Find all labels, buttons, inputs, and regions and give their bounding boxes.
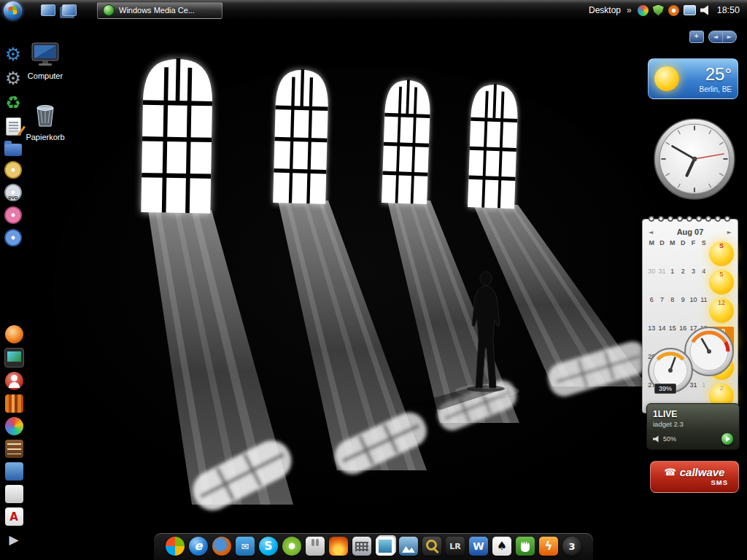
recycle-bin-icon: [34, 102, 56, 128]
desktop-toolbar-label[interactable]: Desktop: [589, 5, 621, 15]
dk-solitaire[interactable]: ♠: [492, 537, 511, 556]
calendar-date[interactable]: 2: [678, 267, 688, 295]
dk-email[interactable]: ✉: [236, 537, 255, 556]
calendar-date[interactable]: 12: [709, 298, 734, 323]
calendar-date[interactable]: 9: [678, 295, 688, 323]
ti-icq[interactable]: [668, 5, 679, 16]
li-cd-audio[interactable]: [4, 161, 22, 179]
taskbar-button-media-center[interactable]: Windows Media Ce...: [97, 2, 222, 19]
calendar-date[interactable]: 8: [667, 295, 678, 323]
dk-email-glyph: ✉: [241, 542, 249, 551]
li-cd-data[interactable]: [4, 229, 22, 246]
ti-messenger[interactable]: [638, 5, 649, 16]
ld-display[interactable]: [4, 348, 24, 368]
desktop-icon-recycle-bin[interactable]: Papierkorb: [22, 102, 69, 141]
ld-browser[interactable]: [5, 417, 23, 435]
ld-play[interactable]: ▶: [5, 530, 23, 548]
desktop: Windows Media Ce... Desktop » 18:50 Comp…: [0, 0, 747, 560]
taskbar: Windows Media Ce... Desktop » 18:50: [0, 0, 747, 21]
li-cd-burn[interactable]: [4, 206, 22, 224]
ld-acrobat-reader[interactable]: A: [5, 508, 23, 526]
weather-location: Berlin, BE: [700, 85, 732, 93]
dk-skype[interactable]: S: [259, 537, 278, 556]
weather-temperature: 25°: [705, 64, 732, 85]
calendar-spiral-binding: [647, 214, 733, 225]
ti-network[interactable]: [684, 5, 696, 15]
li-dvd[interactable]: DVD: [4, 184, 22, 201]
system-tray: Desktop » 18:50: [589, 5, 747, 16]
windows-flag-icon: [8, 6, 17, 15]
calendar-day-header: S: [709, 241, 734, 266]
ld-media-player[interactable]: [5, 325, 23, 343]
calendar-date[interactable]: 6: [646, 295, 657, 323]
radio-play-button[interactable]: [721, 433, 733, 445]
ld-notes[interactable]: [5, 485, 23, 503]
calendar-prev-button[interactable]: ◄: [649, 229, 653, 236]
add-gadget-button[interactable]: +: [689, 31, 704, 43]
desktop-icon-computer[interactable]: Computer: [22, 42, 69, 80]
computer-icon-label: Computer: [22, 71, 69, 80]
ld-tools[interactable]: [5, 462, 23, 481]
calendar-day-header: F: [688, 238, 698, 266]
radio-station-name: 1LIVE: [653, 409, 733, 419]
dk-photos[interactable]: [376, 537, 395, 556]
dk-lightroom[interactable]: LR: [446, 537, 465, 556]
li-document-editor[interactable]: [6, 117, 21, 136]
dk-internet-explorer-glyph: e: [195, 540, 203, 552]
calendar-date[interactable]: 7: [657, 295, 667, 323]
tray-clock[interactable]: 18:50: [717, 5, 740, 15]
sun-icon: [654, 66, 679, 91]
dk-hand[interactable]: [516, 537, 535, 556]
calendar-date[interactable]: 31: [657, 267, 667, 295]
li-settings-gear[interactable]: ⚙: [5, 45, 21, 64]
dk-rabbit[interactable]: [306, 537, 325, 556]
calendar-date[interactable]: 10: [688, 295, 698, 323]
calendar-date[interactable]: 5: [709, 270, 734, 295]
calendar-date[interactable]: 4: [699, 267, 709, 295]
dk-icq[interactable]: [282, 537, 301, 556]
ld-user[interactable]: [5, 372, 23, 390]
dk-firefox[interactable]: [212, 537, 231, 556]
li-sync-glyph: ♻: [5, 93, 21, 112]
gadget-prev-button[interactable]: ◄: [709, 31, 722, 42]
dk-word-glyph: W: [473, 541, 484, 551]
recycle-bin-label: Papierkorb: [22, 133, 69, 141]
ld-books[interactable]: [5, 394, 23, 413]
start-button[interactable]: [4, 1, 22, 20]
bottom-dock: e✉SLRW♠ϟ3: [154, 533, 593, 560]
quicklaunch-show-desktop[interactable]: [41, 4, 55, 16]
calendar-date[interactable]: 3: [688, 267, 698, 295]
clock-gadget[interactable]: [653, 117, 736, 201]
dk-football-glyph: 3: [568, 542, 575, 551]
speaker-icon[interactable]: [653, 435, 660, 443]
calendar-month-title: Aug 07: [677, 228, 704, 236]
dk-football[interactable]: 3: [562, 537, 581, 556]
li-sync[interactable]: ♻: [5, 93, 21, 112]
dk-winamp[interactable]: ϟ: [539, 537, 558, 556]
dk-key[interactable]: [422, 537, 441, 556]
radio-gadget[interactable]: 1LIVE iadget 2.3 50%: [646, 403, 740, 450]
li-folder[interactable]: [4, 144, 22, 156]
dk-skype-glyph: S: [265, 541, 273, 552]
tray-overflow-chevron[interactable]: »: [627, 5, 632, 15]
dk-burn[interactable]: [329, 537, 348, 556]
sms-label: SMS: [655, 478, 734, 486]
quicklaunch-switch-windows[interactable]: [62, 4, 77, 16]
calendar-date[interactable]: 11: [699, 295, 709, 323]
calendar-date[interactable]: 30: [646, 267, 657, 295]
dk-pictures[interactable]: [399, 537, 418, 556]
gadget-next-button[interactable]: ►: [722, 31, 736, 42]
calendar-date[interactable]: 1: [667, 267, 678, 295]
ti-volume[interactable]: [700, 5, 711, 16]
ti-antivirus[interactable]: [653, 5, 664, 16]
system-meter-gadget[interactable]: 39%: [644, 325, 740, 400]
dk-keyboard[interactable]: [352, 537, 371, 556]
dk-internet-explorer[interactable]: e: [189, 537, 208, 556]
dk-windows[interactable]: [166, 537, 185, 556]
ld-library[interactable]: [5, 440, 23, 458]
weather-gadget[interactable]: 25° Berlin, BE: [648, 58, 738, 99]
calendar-next-button[interactable]: ►: [727, 229, 732, 236]
dk-word[interactable]: W: [469, 537, 488, 556]
callwave-sms-gadget[interactable]: ☎ callwave SMS: [650, 461, 739, 493]
li-system-gear[interactable]: ⚙: [5, 69, 21, 88]
